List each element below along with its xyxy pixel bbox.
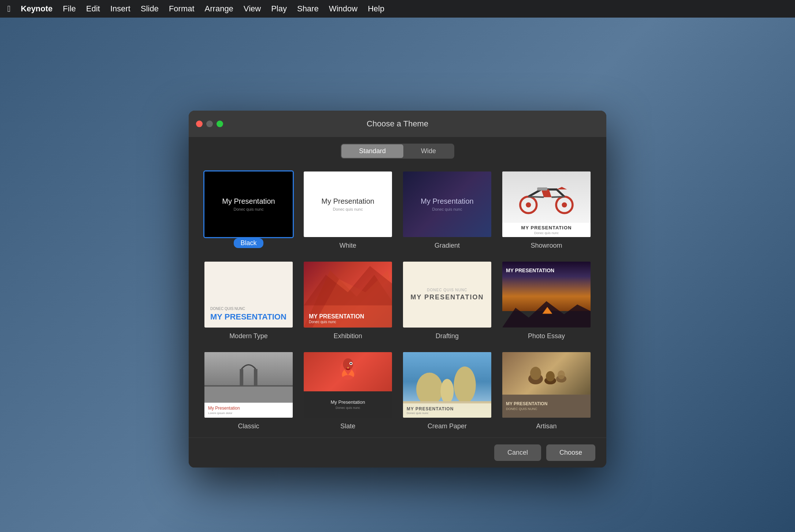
play-menu-item[interactable]: Play <box>271 4 287 14</box>
classic-bottom: My Presentation Lorem ipsum dolor <box>204 403 293 418</box>
svg-point-2 <box>526 202 531 207</box>
dialog-title: Choose a Theme <box>367 119 428 129</box>
theme-label-modern-type: Modern Type <box>229 332 268 340</box>
cancel-button[interactable]: Cancel <box>494 444 541 461</box>
theme-thumb-showroom: MY PRESENTATION Donec quis nunc <box>501 170 592 238</box>
exhibition-title: MY PRESENTATION <box>309 313 387 320</box>
svg-point-29 <box>558 370 565 379</box>
maximize-button[interactable] <box>217 121 223 127</box>
theme-item-photo-essay[interactable]: MY PRESENTATION Photo Essay <box>501 261 592 340</box>
keynote-menu-item[interactable]: Keynote <box>21 4 53 14</box>
theme-thumb-white: My Presentation Donec quis nunc <box>303 170 393 238</box>
theme-thumb-gradient: My Presentation Donec quis nunc <box>402 170 492 238</box>
drafting-title: MY PRESENTATION <box>410 293 484 301</box>
white-title: My Presentation <box>321 197 374 206</box>
svg-point-27 <box>546 371 555 381</box>
artisan-image <box>502 352 591 395</box>
theme-item-showroom[interactable]: MY PRESENTATION Donec quis nunc Showroom <box>501 170 592 250</box>
theme-label-photo-essay: Photo Essay <box>528 332 565 340</box>
insert-menu-item[interactable]: Insert <box>110 4 130 14</box>
theme-thumb-drafting: DONEC QUIS NUNC MY PRESENTATION <box>402 261 492 328</box>
theme-label-gradient: Gradient <box>435 242 460 250</box>
classic-image <box>204 352 293 403</box>
svg-rect-12 <box>240 369 243 386</box>
cream-title: MY PRESENTATION <box>407 406 488 411</box>
theme-label-cream-paper: Cream Paper <box>428 422 467 430</box>
svg-point-3 <box>562 202 567 207</box>
slate-sub: Donec quis nunc <box>336 406 360 410</box>
window-menu-item[interactable]: Window <box>329 4 358 14</box>
help-menu-item[interactable]: Help <box>368 4 384 14</box>
theme-label-drafting: Drafting <box>436 332 459 340</box>
theme-item-artisan[interactable]: MY PRESENTATION DONEC QUIS NUNC Artisan <box>501 351 592 430</box>
theme-item-slate[interactable]: My Presentation Donec quis nunc Slate <box>303 351 393 430</box>
theme-label-exhibition: Exhibition <box>333 332 362 340</box>
theme-thumb-exhibition: MY PRESENTATION Donec quis nunc <box>303 261 393 328</box>
artisan-bottom: MY PRESENTATION DONEC QUIS NUNC <box>502 395 591 418</box>
white-sub: Donec quis nunc <box>333 207 363 211</box>
exhibition-sub: Donec quis nunc <box>309 320 387 324</box>
modern-title: MY PRESENTATION <box>210 312 287 322</box>
theme-label-slate: Slate <box>340 422 355 430</box>
cream-sub: Donec quis nunc <box>407 411 488 415</box>
window-controls <box>196 121 223 127</box>
theme-label-white: White <box>339 242 356 250</box>
showroom-bike-area <box>502 171 591 223</box>
theme-item-gradient[interactable]: My Presentation Donec quis nunc Gradient <box>402 170 492 250</box>
theme-item-black[interactable]: My Presentation Donec quis nunc Black <box>203 170 294 250</box>
theme-item-classic[interactable]: My Presentation Lorem ipsum dolor Classi… <box>203 351 294 430</box>
slide-menu-item[interactable]: Slide <box>141 4 159 14</box>
theme-item-drafting[interactable]: DONEC QUIS NUNC MY PRESENTATION Drafting <box>402 261 492 340</box>
standard-toggle[interactable]: Standard <box>341 144 403 158</box>
black-title: My Presentation <box>222 197 275 206</box>
choose-theme-dialog: Choose a Theme Standard Wide My Presenta… <box>189 111 606 468</box>
cream-bottom: MY PRESENTATION Donec quis nunc <box>403 403 491 418</box>
showroom-bottom: MY PRESENTATION Donec quis nunc <box>502 223 591 237</box>
theme-item-white[interactable]: My Presentation Donec quis nunc White <box>303 170 393 250</box>
slate-bottom: My Presentation Donec quis nunc <box>304 391 392 418</box>
theme-thumb-modern-type: DONEC QUIS NUNC MY PRESENTATION <box>203 261 294 328</box>
share-menu-item[interactable]: Share <box>297 4 319 14</box>
showroom-title: MY PRESENTATION <box>506 225 587 230</box>
minimize-button[interactable] <box>206 121 213 127</box>
close-button[interactable] <box>196 121 203 127</box>
dialog-titlebar: Choose a Theme <box>189 111 606 137</box>
drafting-small: DONEC QUIS NUNC <box>427 288 467 292</box>
exhibition-bottom: MY PRESENTATION Donec quis nunc <box>304 310 392 328</box>
format-menu-item[interactable]: Format <box>169 4 195 14</box>
slate-title: My Presentation <box>331 399 365 405</box>
edit-menu-item[interactable]: Edit <box>86 4 100 14</box>
photo-essay-title: MY PRESENTATION <box>506 267 554 273</box>
arrange-menu-item[interactable]: Arrange <box>205 4 233 14</box>
theme-label-artisan: Artisan <box>536 422 556 430</box>
theme-item-cream-paper[interactable]: MY PRESENTATION Donec quis nunc Cream Pa… <box>402 351 492 430</box>
theme-thumb-slate: My Presentation Donec quis nunc <box>303 351 393 419</box>
classic-body: Lorem ipsum dolor <box>208 411 289 415</box>
file-menu-item[interactable]: File <box>63 4 76 14</box>
black-sub: Donec quis nunc <box>234 207 264 211</box>
svg-rect-11 <box>204 386 293 403</box>
gradient-sub: Donec quis nunc <box>432 207 462 211</box>
theme-thumb-black: My Presentation Donec quis nunc <box>203 170 294 238</box>
svg-rect-4 <box>537 188 547 191</box>
svg-rect-13 <box>254 369 258 386</box>
theme-item-modern-type[interactable]: DONEC QUIS NUNC MY PRESENTATION Modern T… <box>203 261 294 340</box>
choose-button[interactable]: Choose <box>546 444 595 461</box>
apple-menu-item[interactable]:  <box>7 4 11 14</box>
svg-point-18 <box>350 363 352 364</box>
view-menu-item[interactable]: View <box>244 4 261 14</box>
artisan-title: MY PRESENTATION <box>506 401 587 406</box>
theme-thumb-cream-paper: MY PRESENTATION Donec quis nunc <box>402 351 492 419</box>
classic-title: My Presentation <box>208 406 289 411</box>
theme-label-classic: Classic <box>238 422 259 430</box>
theme-thumb-artisan: MY PRESENTATION DONEC QUIS NUNC <box>501 351 592 419</box>
modern-small: DONEC QUIS NUNC <box>210 307 287 311</box>
showroom-sub: Donec quis nunc <box>506 231 587 235</box>
theme-thumb-classic: My Presentation Lorem ipsum dolor <box>203 351 294 419</box>
theme-item-exhibition[interactable]: MY PRESENTATION Donec quis nunc Exhibiti… <box>303 261 393 340</box>
artisan-sub: DONEC QUIS NUNC <box>506 407 587 411</box>
format-toggle-group: Standard Wide <box>341 144 454 159</box>
theme-scroll-area[interactable]: My Presentation Donec quis nunc Black My… <box>189 163 606 437</box>
wide-toggle[interactable]: Wide <box>403 144 454 158</box>
slate-image <box>304 352 392 392</box>
